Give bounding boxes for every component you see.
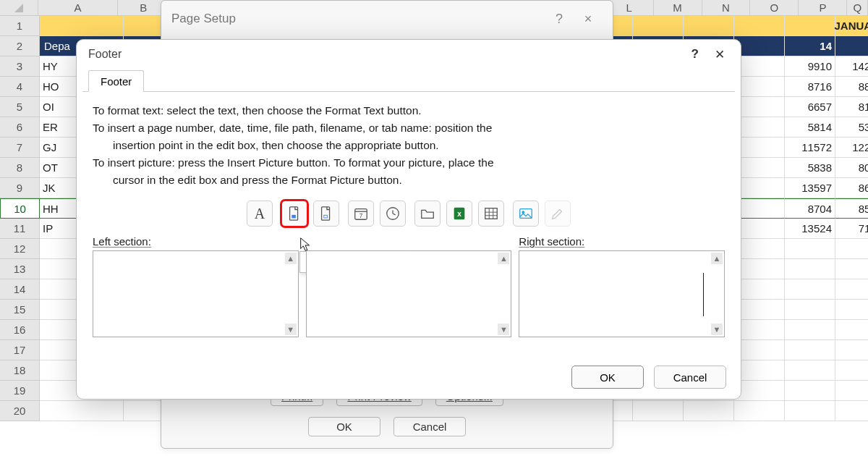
cell-P4[interactable]: 8858 — [835, 77, 868, 97]
row-12[interactable]: 12 — [0, 239, 40, 259]
insert-time-button[interactable] — [380, 200, 406, 227]
cell-O8[interactable]: 5838 — [785, 158, 835, 178]
insert-sheet-name-button[interactable] — [478, 200, 504, 227]
cell-O10[interactable]: 8704 — [785, 198, 835, 219]
calendar-icon: 7 — [353, 206, 369, 221]
row-7[interactable]: 7 — [0, 138, 40, 158]
center-section-input[interactable]: ▲ ▼ — [306, 250, 512, 337]
col-O[interactable]: O — [750, 0, 799, 16]
svg-line-10 — [393, 214, 396, 215]
cell-P5[interactable]: 8166 — [835, 97, 868, 117]
row-19[interactable]: 19 — [0, 381, 40, 401]
footer-ok-button[interactable]: OK — [571, 366, 644, 389]
insert-number-of-pages-button[interactable] — [313, 200, 339, 227]
row-13[interactable]: 13 — [0, 259, 40, 279]
row-headers: 1 2 3 4 5 6 7 8 9 10 11 12 13 14 15 16 1… — [0, 16, 40, 421]
excel-file-icon: x — [451, 206, 467, 221]
row-16[interactable]: 16 — [0, 320, 40, 340]
page-setup-cancel-button[interactable]: Cancel — [393, 417, 466, 436]
cell-P7[interactable]: 12291 — [835, 138, 868, 158]
cell-P6[interactable]: 5305 — [835, 117, 868, 138]
format-text-icon: A — [255, 206, 265, 222]
page-setup-title: Page Setup — [171, 12, 236, 26]
insert-picture-button[interactable] — [513, 200, 539, 227]
footer-close-button[interactable]: ✕ — [710, 47, 729, 62]
cell-O1[interactable] — [785, 16, 835, 36]
tab-strip: Footer — [82, 69, 735, 92]
left-section-label: Left section: — [93, 235, 299, 248]
insert-date-button[interactable]: 7 — [348, 200, 374, 227]
row-18[interactable]: 18 — [0, 360, 40, 381]
row-4[interactable]: 4 — [0, 77, 40, 97]
footer-cancel-button[interactable]: Cancel — [654, 366, 726, 389]
row-1[interactable]: 1 — [0, 16, 40, 36]
scroll-up-icon[interactable]: ▲ — [285, 253, 297, 264]
cell-P3[interactable]: 14276 — [835, 56, 868, 77]
row-15[interactable]: 15 — [0, 300, 40, 320]
insert-file-path-button[interactable] — [414, 200, 441, 227]
svg-rect-1 — [292, 215, 296, 219]
scroll-up-icon[interactable]: ▲ — [498, 253, 509, 264]
tab-footer[interactable]: Footer — [88, 70, 144, 92]
cell-O6[interactable]: 5814 — [785, 117, 835, 138]
insert-file-name-button[interactable]: x — [446, 200, 472, 227]
scroll-up-icon[interactable]: ▲ — [711, 253, 723, 264]
footer-dialog-title: Footer — [88, 48, 122, 61]
cell-O5[interactable]: 6657 — [785, 97, 835, 117]
cell-P1[interactable]: JANUARY — [835, 16, 868, 36]
cell-P2[interactable]: 15 — [835, 36, 868, 56]
cell-O9[interactable]: 13597 — [785, 178, 835, 198]
col-P[interactable]: P — [799, 0, 847, 16]
page-setup-close-button[interactable]: × — [574, 12, 603, 27]
row-11[interactable]: 11 — [0, 219, 40, 239]
cell-P8[interactable]: 8016 — [835, 158, 868, 178]
row-2[interactable]: 2 — [0, 36, 40, 56]
footer-dialog: Footer ? ✕ Footer To format text: select… — [76, 39, 741, 400]
cell-O7[interactable]: 11572 — [785, 138, 835, 158]
scroll-down-icon[interactable]: ▼ — [285, 324, 297, 335]
page-setup-help-button[interactable]: ? — [545, 12, 574, 27]
cell-O3[interactable]: 9910 — [785, 56, 835, 77]
cell-P11[interactable]: 7188 — [835, 219, 868, 239]
row-14[interactable]: 14 — [0, 279, 40, 300]
row-3[interactable]: 3 — [0, 56, 40, 77]
format-picture-button[interactable] — [545, 200, 571, 227]
svg-text:7: 7 — [359, 213, 363, 219]
footer-help-button[interactable]: ? — [680, 47, 710, 62]
insert-page-number-button[interactable] — [281, 200, 307, 227]
row-20[interactable]: 20 — [0, 401, 40, 421]
row-9[interactable]: 9 — [0, 178, 40, 198]
cell-O11[interactable]: 13524 — [785, 219, 835, 239]
scroll-down-icon[interactable]: ▼ — [498, 324, 509, 335]
col-Q[interactable]: Q — [847, 0, 868, 16]
format-text-button[interactable]: A — [247, 200, 273, 227]
svg-text:x: x — [457, 210, 461, 218]
row-5[interactable]: 5 — [0, 97, 40, 117]
cell-A1[interactable] — [40, 16, 124, 36]
scroll-down-icon[interactable]: ▼ — [711, 324, 723, 335]
right-section-input[interactable]: ▲ ▼ — [519, 250, 725, 337]
col-A[interactable]: A — [38, 0, 119, 16]
folder-icon — [420, 206, 435, 221]
left-section: Left section: ▲ ▼ — [93, 235, 299, 337]
col-M[interactable]: M — [654, 0, 702, 16]
left-section-input[interactable]: ▲ ▼ — [93, 250, 299, 337]
picture-icon — [518, 206, 534, 221]
row-17[interactable]: 17 — [0, 340, 40, 360]
page-setup-ok-button[interactable]: OK — [308, 417, 380, 436]
select-all-corner[interactable] — [0, 0, 38, 16]
row-10[interactable]: 10 — [0, 198, 40, 219]
cell-O2[interactable]: 14 — [785, 36, 835, 56]
row-8[interactable]: 8 — [0, 158, 40, 178]
pages-icon — [318, 206, 334, 221]
cell-P10[interactable]: 8536 — [835, 198, 868, 219]
svg-rect-4 — [324, 216, 327, 218]
instructions: To format text: select the text, then ch… — [77, 92, 741, 192]
text-caret — [703, 273, 704, 316]
row-6[interactable]: 6 — [0, 117, 40, 138]
svg-rect-13 — [485, 208, 498, 219]
cell-O4[interactable]: 8716 — [785, 77, 835, 97]
cell-P9[interactable]: 8642 — [835, 178, 868, 198]
page-number-icon — [286, 206, 302, 221]
col-N[interactable]: N — [702, 0, 751, 16]
